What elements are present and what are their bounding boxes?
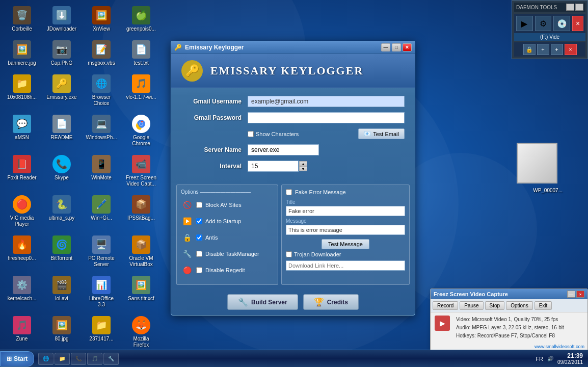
- icon-bittorrent[interactable]: 🌀 BitTorrent: [44, 233, 79, 270]
- icon-amsn[interactable]: 💬 aMSN: [4, 113, 40, 149]
- interval-up-btn[interactable]: ▲: [299, 161, 307, 166]
- taskbar-app-media[interactable]: 🎵: [87, 353, 102, 365]
- fake-error-title-input[interactable]: [286, 206, 405, 216]
- icon-mozilla[interactable]: 🦊 Mozilla Firefox: [123, 314, 159, 350]
- freez-video-info: Video: Microsoft Video 1, Quality 70%, 2…: [456, 316, 564, 324]
- tray-clock[interactable]: 21:39 09/02/2011: [557, 352, 583, 365]
- antis-checkbox[interactable]: [196, 234, 202, 241]
- media-taskbar-icon: 🎵: [92, 356, 98, 361]
- daemon-tools-widget: DAEMON TOOLS ? × ▶ ⚙ 💿 × (F:) Vide 🔒 + +…: [512, 0, 588, 59]
- trojan-downloader-checkbox[interactable]: [286, 251, 292, 257]
- icon-browser-choice[interactable]: 🌐 Browser Choice: [84, 72, 119, 109]
- daemon-add-icon[interactable]: +: [537, 44, 549, 55]
- icon-ipssbag[interactable]: 📦 IPSSitBag...: [123, 193, 159, 229]
- freez-stop-btn[interactable]: Stop: [485, 301, 505, 310]
- icon-oracle-vm[interactable]: 📦 Oracle VM VirtualBox: [123, 233, 159, 270]
- icon-windowsph[interactable]: 💻 WindowsPh...: [84, 113, 119, 149]
- start-button[interactable]: ⊞ Start: [0, 351, 34, 366]
- freez-record-btn[interactable]: Record: [433, 301, 458, 310]
- daemon-mount-btn[interactable]: 💿: [553, 16, 570, 31]
- disable-regedit-checkbox[interactable]: [196, 267, 202, 273]
- block-av-checkbox[interactable]: [196, 202, 202, 208]
- icon-vlc117[interactable]: 🎵 vlc-1.1.7-wi...: [123, 72, 159, 109]
- antis-icon: 🔒: [181, 231, 193, 244]
- icon-10x08108h[interactable]: 📁 10x08108h...: [4, 72, 40, 109]
- test-email-icon: 📧: [364, 130, 371, 137]
- gmail-username-input[interactable]: [248, 96, 405, 107]
- freez-pause-btn[interactable]: Pause: [460, 301, 483, 310]
- icon-xnview[interactable]: 🖼️ XnView: [84, 4, 119, 34]
- window-restore-btn[interactable]: □: [392, 43, 401, 51]
- tray-lang: FR: [536, 356, 543, 362]
- icon-lol-avi[interactable]: 🎬 lol.avi: [44, 274, 79, 310]
- test-email-button[interactable]: 📧 Test Email: [358, 128, 405, 139]
- window-close-btn[interactable]: ✕: [403, 43, 412, 51]
- icon-emissary[interactable]: 🔑 Emissary.exe: [44, 72, 79, 109]
- option-taskmanager: 🔧 Disable TaskManager: [181, 248, 274, 260]
- icon-kernelcach[interactable]: ⚙️ kernelcach...: [4, 274, 40, 310]
- daemon-exit-btn[interactable]: ×: [572, 16, 583, 31]
- server-name-input[interactable]: [248, 144, 319, 155]
- download-link-input[interactable]: [286, 260, 405, 271]
- icon-readme[interactable]: 📄 README: [44, 113, 79, 149]
- action-buttons: 🔧 Build Server 🏆 Credits: [171, 290, 415, 315]
- icon-80jpg[interactable]: 🖼️ 80.jpg: [44, 314, 79, 350]
- icon-firesheep[interactable]: 🔥 firesheep0...: [4, 233, 40, 270]
- freez-exit-btn[interactable]: Exit: [534, 301, 552, 310]
- taskbar-tray: FR 🔊 21:39 09/02/2011: [530, 352, 588, 365]
- option-block-av: 🚫 Block AV Sites: [181, 199, 274, 211]
- interval-down-btn[interactable]: ▼: [299, 166, 307, 171]
- taskbar-app-skype[interactable]: 📞: [71, 353, 86, 365]
- fake-error-label: Fake Error Message: [295, 189, 346, 195]
- icon-test-txt[interactable]: 📄 test.txt: [123, 38, 159, 68]
- icon-pc-remote[interactable]: 🖥️ PC Remote Server: [84, 233, 119, 270]
- fake-error-message-input[interactable]: [286, 225, 405, 235]
- freez-close-btn[interactable]: ×: [576, 291, 584, 298]
- daemon-plus-icon[interactable]: +: [551, 44, 563, 55]
- icon-msgbox[interactable]: 📝 msgbox.vbs: [84, 38, 119, 68]
- startup-label: Add to Startup: [205, 218, 241, 224]
- gmail-password-input[interactable]: [248, 112, 405, 123]
- icon-foxit[interactable]: 📕 Foxit Reader: [4, 153, 40, 189]
- icon-ultima-py[interactable]: 🐍 ultima_s.py: [44, 193, 79, 229]
- freez-options-btn[interactable]: Options: [506, 301, 532, 310]
- icon-zune[interactable]: 🎵 Zune: [4, 314, 40, 350]
- server-name-label: Server Name: [181, 146, 248, 153]
- icon-skype[interactable]: 📞 Skype: [44, 153, 79, 189]
- build-server-button[interactable]: 🔧 Build Server: [227, 294, 298, 310]
- test-message-button[interactable]: Test Message: [322, 239, 369, 249]
- daemon-close-btn[interactable]: ×: [575, 4, 583, 11]
- daemon-play-btn[interactable]: ▶: [516, 16, 533, 31]
- credits-button[interactable]: 🏆 Credits: [303, 294, 359, 310]
- disable-taskmanager-checkbox[interactable]: [196, 251, 202, 257]
- daemon-x-icon[interactable]: ×: [565, 44, 577, 55]
- add-startup-checkbox[interactable]: [196, 218, 202, 224]
- icon-2371417[interactable]: 📁 2371417...: [84, 314, 119, 350]
- icon-banniere[interactable]: 🖼️ banniere.jpg: [4, 38, 40, 68]
- taskbar-app-ie[interactable]: 🌐: [38, 353, 54, 365]
- show-characters-checkbox[interactable]: [248, 131, 254, 137]
- icon-winmote[interactable]: 📱 WinMote: [84, 153, 119, 189]
- icon-sans-xcf[interactable]: 🖼️ Sans titr.xcf: [123, 274, 159, 310]
- daemon-help-btn[interactable]: ?: [566, 4, 574, 11]
- freez-minimize-btn[interactable]: —: [567, 291, 575, 298]
- taskbar-app-folder[interactable]: 📁: [55, 353, 70, 365]
- icon-freez-screen[interactable]: 📹 Freez Screen Video Capt...: [123, 153, 159, 189]
- icon-greenpois0n[interactable]: 🍏 greenpois0...: [123, 4, 159, 34]
- server-name-row: Server Name: [181, 144, 405, 155]
- regedit-label: Disable Regedit: [205, 267, 245, 273]
- icon-wingide[interactable]: 🖊️ Win+Gi...: [84, 193, 119, 229]
- icon-cap-png[interactable]: 📷 Cap.PNG: [44, 38, 79, 68]
- icon-libreoffice[interactable]: 📊 LibreOffice 3.3: [84, 274, 119, 310]
- icon-jdownloader[interactable]: ⬇️ JDownloader: [44, 4, 79, 34]
- icon-google-chrome[interactable]: Google Chrome: [123, 113, 159, 149]
- window-minimize-btn[interactable]: —: [381, 43, 390, 51]
- icon-vlc-media[interactable]: 🔴 VIC media Player: [4, 193, 40, 229]
- fake-error-checkbox[interactable]: [286, 189, 292, 195]
- daemon-settings-btn[interactable]: ⚙: [535, 16, 552, 31]
- taskbar-app-unknown[interactable]: 🔧: [103, 353, 119, 365]
- icon-corbeille[interactable]: 🗑️ Corbeille: [4, 4, 40, 34]
- svg-point-2: [140, 122, 143, 125]
- unknown-taskbar-icon: 🔧: [108, 356, 114, 361]
- interval-input[interactable]: [248, 161, 299, 172]
